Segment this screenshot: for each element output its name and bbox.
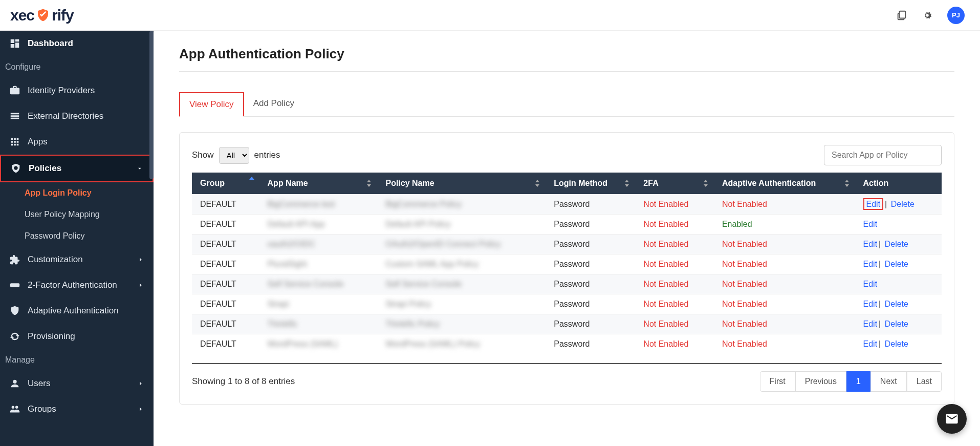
sidebar-item-provisioning[interactable]: Provisioning: [0, 324, 154, 349]
entries-label: entries: [254, 150, 280, 160]
page-prev[interactable]: Previous: [795, 371, 846, 392]
tab-add-policy[interactable]: Add Policy: [244, 92, 303, 116]
edit-link[interactable]: Edit: [863, 220, 878, 228]
sidebar-item-groups[interactable]: Groups: [0, 396, 154, 422]
sidebar-label: Groups: [28, 404, 56, 414]
sidebar: Dashboard Configure Identity Providers E…: [0, 31, 154, 446]
edit-link[interactable]: Edit: [863, 260, 878, 268]
sidebar-item-adaptive-auth[interactable]: Adaptive Authentication: [0, 298, 154, 324]
page-next[interactable]: Next: [870, 371, 907, 392]
shield-icon: [35, 8, 51, 23]
chevron-down-icon: [136, 165, 143, 172]
col-login-method[interactable]: Login Method: [546, 173, 635, 195]
page-first[interactable]: First: [760, 371, 795, 392]
cell-app-name: Self Service Console: [259, 274, 378, 294]
cell-action: Edit: [855, 274, 942, 294]
logo-text-post: rify: [52, 7, 74, 24]
cell-adaptive: Not Enabled: [714, 195, 855, 215]
page-title: App Authentication Policy: [179, 46, 954, 72]
delete-link[interactable]: Delete: [885, 260, 908, 268]
action-separator: |: [879, 240, 881, 248]
col-adaptive[interactable]: Adaptive Authentication: [714, 173, 855, 195]
avatar-initials: PJ: [952, 11, 960, 19]
sidebar-sub-app-login-policy[interactable]: App Login Policy: [0, 182, 154, 204]
group-icon: [9, 403, 20, 415]
cell-app-name: Default API App: [259, 215, 378, 235]
col-app-name[interactable]: App Name: [259, 173, 378, 195]
table-controls: Show All entries: [192, 145, 942, 165]
entries-select[interactable]: All: [219, 147, 249, 164]
page-1[interactable]: 1: [846, 371, 870, 392]
briefcase-icon: [9, 85, 20, 96]
cell-policy-name: BigCommerce Policy: [377, 195, 546, 215]
table-row: DEFAULT Self Service Console Self Servic…: [192, 274, 942, 294]
sync-icon: [9, 331, 20, 342]
show-label: Show: [192, 150, 214, 160]
cell-2fa: Not Enabled: [635, 334, 714, 354]
scrollbar-thumb[interactable]: [149, 31, 154, 179]
cell-group: DEFAULT: [192, 195, 259, 215]
search-input[interactable]: [824, 145, 942, 165]
sort-icon: [703, 180, 709, 187]
cell-group: DEFAULT: [192, 294, 259, 314]
sidebar-label: Apps: [28, 137, 48, 147]
sort-icon: [534, 180, 540, 187]
cell-action: Edit| Delete: [855, 334, 942, 354]
delete-link[interactable]: Delete: [891, 200, 914, 208]
cell-app-name: oauth2/OIDC: [259, 235, 378, 254]
delete-link[interactable]: Delete: [885, 339, 908, 348]
delete-link[interactable]: Delete: [885, 300, 908, 308]
cell-login-method: Password: [546, 254, 635, 274]
cell-adaptive: Enabled: [714, 215, 855, 235]
sidebar-item-external-directories[interactable]: External Directories: [0, 103, 154, 129]
gear-icon[interactable]: [922, 10, 933, 21]
sort-asc-icon: [249, 177, 254, 180]
tab-view-policy[interactable]: View Policy: [179, 92, 244, 117]
chevron-right-icon: [137, 380, 144, 387]
cell-policy-name: Strapi Policy: [377, 294, 546, 314]
col-2fa[interactable]: 2FA: [635, 173, 714, 195]
sidebar-item-identity-providers[interactable]: Identity Providers: [0, 78, 154, 103]
sidebar-item-2fa[interactable]: 2-Factor Authentication: [0, 272, 154, 298]
cell-action: Edit| Delete: [855, 195, 942, 215]
sidebar-item-users[interactable]: Users: [0, 371, 154, 396]
table-row: DEFAULT Default API App Default API Poli…: [192, 215, 942, 235]
cell-action: Edit| Delete: [855, 254, 942, 274]
main-content: App Authentication Policy View Policy Ad…: [154, 31, 980, 446]
cell-login-method: Password: [546, 274, 635, 294]
sidebar-label: Dashboard: [28, 38, 73, 49]
sidebar-item-customization[interactable]: Customization: [0, 247, 154, 272]
chevron-right-icon: [137, 282, 144, 289]
cell-login-method: Password: [546, 215, 635, 235]
col-group[interactable]: Group: [192, 173, 259, 195]
edit-link[interactable]: Edit: [863, 198, 884, 210]
sidebar-label: Identity Providers: [28, 86, 95, 96]
table-row: DEFAULT WordPress (SAML) WordPress (SAML…: [192, 334, 942, 354]
delete-link[interactable]: Delete: [885, 240, 908, 248]
chat-button[interactable]: [937, 404, 967, 434]
docs-icon[interactable]: [896, 10, 907, 21]
sidebar-sub-user-policy-mapping[interactable]: User Policy Mapping: [0, 204, 154, 225]
cell-group: DEFAULT: [192, 215, 259, 235]
sidebar-item-dashboard[interactable]: Dashboard: [0, 31, 154, 56]
col-policy-name[interactable]: Policy Name: [377, 173, 546, 195]
edit-link[interactable]: Edit: [863, 300, 878, 308]
delete-link[interactable]: Delete: [885, 320, 908, 328]
cell-policy-name: OAuth2/OpenID Connect Policy: [377, 235, 546, 254]
sidebar-item-policies[interactable]: Policies: [0, 155, 154, 182]
cell-login-method: Password: [546, 195, 635, 215]
edit-link[interactable]: Edit: [863, 320, 878, 328]
edit-link[interactable]: Edit: [863, 280, 878, 288]
cell-group: DEFAULT: [192, 254, 259, 274]
sidebar-section-manage: Manage: [0, 349, 154, 371]
sidebar-sub-password-policy[interactable]: Password Policy: [0, 225, 154, 247]
edit-link[interactable]: Edit: [863, 339, 878, 348]
cell-action: Edit: [855, 215, 942, 235]
page-last[interactable]: Last: [907, 371, 942, 392]
sidebar-item-apps[interactable]: Apps: [0, 129, 154, 155]
avatar[interactable]: PJ: [947, 7, 965, 24]
cell-login-method: Password: [546, 235, 635, 254]
cell-adaptive: Not Enabled: [714, 235, 855, 254]
edit-link[interactable]: Edit: [863, 240, 878, 248]
action-separator: |: [879, 300, 881, 308]
